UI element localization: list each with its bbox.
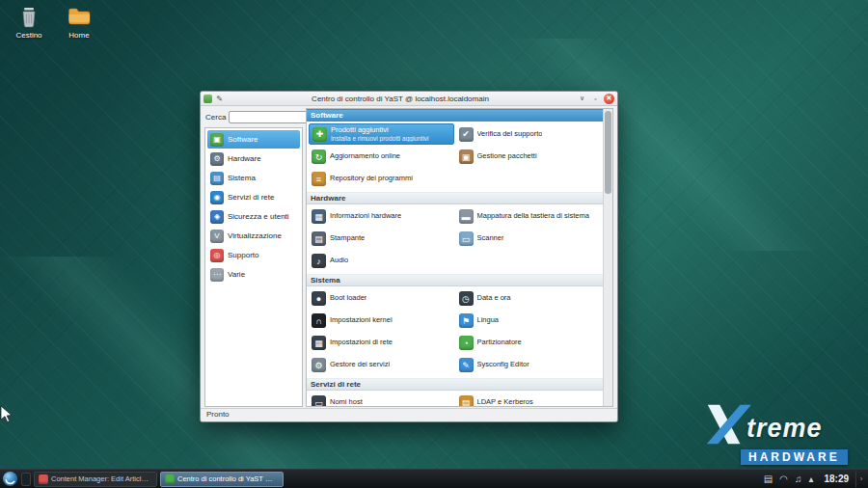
sidebar-item[interactable]: ◈ Sicurezza e utenti <box>207 207 300 226</box>
sidebar-item-label: Hardware <box>228 154 261 163</box>
network-settings-icon: ▦ <box>312 336 326 350</box>
module-item[interactable]: ↻ Aggiornamento online <box>309 147 454 167</box>
clock[interactable]: 18:29 <box>824 474 849 484</box>
app-launcher-button[interactable] <box>2 471 18 487</box>
module-item[interactable]: ▣ Gestione pacchetti <box>456 147 602 167</box>
section-grid: ▭ Nomi host ▤ LDAP e Kerberos <box>307 392 603 406</box>
sidebar-list: ▣ Software ⚙ Hardware ▤ Sistema ◉ Serviz… <box>204 127 303 407</box>
sidebar-item-label: Virtualizzazione <box>228 231 282 240</box>
sidebar-item[interactable]: ◉ Servizi di rete <box>207 188 300 206</box>
language-icon: ⚑ <box>459 313 474 328</box>
sidebar-item-label: Sistema <box>228 174 256 182</box>
module-item[interactable]: ∩ Impostazioni kernel <box>309 311 454 331</box>
addon-products-icon: ✚ <box>312 127 327 142</box>
taskbar-task[interactable]: Centro di controllo di YaST @ local... <box>160 472 284 487</box>
network-icon[interactable]: ◠ <box>779 474 788 484</box>
logo-treme-text: treme <box>746 414 823 444</box>
tray-expand-icon[interactable]: ▴ <box>808 474 813 484</box>
module-item[interactable]: ▭ Nomi host <box>309 393 454 406</box>
module-label: Gestore dei servizi <box>330 361 390 369</box>
module-section: Servizi di rete ▭ Nomi host ▤ LDAP e Ker… <box>307 378 603 406</box>
virtualization-category-icon: V <box>210 230 224 243</box>
module-label: Nomi host <box>330 398 363 406</box>
support-category-icon: ◎ <box>210 249 224 262</box>
desktop-icon-home[interactable]: Home <box>54 6 104 40</box>
module-item[interactable]: ✎ Sysconfig Editor <box>456 355 602 375</box>
module-item[interactable]: ▤ Stampante <box>309 229 454 249</box>
hostnames-icon: ▭ <box>312 395 326 406</box>
trash-icon <box>4 6 54 31</box>
sidebar-item[interactable]: ⚙ Hardware <box>207 149 300 168</box>
maximize-button[interactable]: ▫ <box>590 94 601 104</box>
module-label: Sysconfig Editor <box>477 361 529 369</box>
task-icon <box>165 474 175 484</box>
scrollbar[interactable] <box>603 109 612 406</box>
module-item[interactable]: ◔ Partizionatore <box>456 333 602 353</box>
module-section: Sistema ● Boot loader ◷ Data e ora ∩ Imp… <box>307 274 603 376</box>
partitioner-icon: ◔ <box>459 336 474 350</box>
hardware-info-icon: ▦ <box>312 209 326 224</box>
desktop-icon-label: Home <box>68 31 89 40</box>
scanner-icon: ▭ <box>459 231 474 246</box>
section-grid: ✚ Prodotti aggiuntivi Installa e rimuovi… <box>307 122 603 190</box>
online-update-icon: ↻ <box>312 149 326 164</box>
module-item[interactable]: ⚙ Gestore dei servizi <box>309 355 454 375</box>
module-item[interactable]: ▬ Mappatura della tastiera di sistema <box>456 206 602 227</box>
services-manager-icon: ⚙ <box>312 358 326 372</box>
media-check-icon: ✔ <box>459 127 474 142</box>
minimize-button[interactable]: ∨ <box>577 94 587 104</box>
module-item[interactable]: ▤ LDAP e Kerberos <box>456 393 602 406</box>
module-item[interactable]: ● Boot loader <box>309 288 454 309</box>
module-label: Stampante <box>330 234 365 243</box>
pin-icon[interactable]: ✎ <box>215 95 224 103</box>
ldap-kerberos-icon: ▤ <box>459 395 474 406</box>
sidebar-item[interactable]: ⋯ Varie <box>207 265 300 284</box>
module-item[interactable]: ▭ Scanner <box>456 229 602 249</box>
module-label: Aggiornamento online <box>330 152 400 161</box>
module-item[interactable]: ✔ Verifica del supporto <box>456 123 602 145</box>
show-desktop-button[interactable] <box>21 473 31 486</box>
module-item[interactable]: ≡ Repository dei programmi <box>309 169 454 189</box>
sidebar-item[interactable]: ◎ Supporto <box>207 246 300 264</box>
close-button[interactable]: ✕ <box>604 94 614 104</box>
mouse-cursor <box>0 405 14 428</box>
category-sidebar: Cerca ▣ Software ⚙ Hardware ▤ Sistema ◉ … <box>204 108 303 407</box>
folder-icon <box>54 6 104 31</box>
module-list-pane: Software ✚ Prodotti aggiuntivi Installa … <box>306 108 613 407</box>
sidebar-item[interactable]: ▤ Sistema <box>207 169 300 187</box>
volume-icon[interactable]: ♫ <box>795 474 802 484</box>
section-grid: ▦ Informazioni hardware ▬ Mappatura dell… <box>307 205 603 272</box>
task-icon <box>39 474 48 484</box>
module-item[interactable]: ♪ Audio <box>309 251 454 271</box>
taskbar-task[interactable]: Content Manager: Edit Article - Xtr... <box>34 472 157 487</box>
sidebar-item-label: Varie <box>228 270 245 279</box>
sidebar-item[interactable]: V Virtualizzazione <box>207 227 300 245</box>
module-item[interactable]: ⚑ Lingua <box>456 311 602 331</box>
module-item[interactable]: ▦ Informazioni hardware <box>309 206 454 227</box>
taskbar-tasks: Content Manager: Edit Article - Xtr... C… <box>34 472 284 487</box>
module-label: Lingua <box>477 316 500 325</box>
module-label: LDAP e Kerberos <box>477 398 533 406</box>
sidebar-item-label: Sicurezza e utenti <box>228 212 289 221</box>
audio-icon: ♪ <box>312 254 326 268</box>
module-label: Informazioni hardware <box>330 212 401 221</box>
clipboard-icon[interactable]: ▤ <box>764 474 773 484</box>
panel-hide-button[interactable]: › <box>855 472 866 487</box>
search-label: Cerca <box>205 113 226 122</box>
sidebar-item[interactable]: ▣ Software <box>207 130 300 149</box>
module-label: Impostazioni kernel <box>330 316 393 325</box>
module-label: Scanner <box>477 234 504 243</box>
module-label: Gestione pacchetti <box>477 152 537 161</box>
scrollbar-thumb[interactable] <box>605 111 611 194</box>
status-bar: Pronto <box>201 408 617 421</box>
sidebar-item-label: Software <box>228 135 258 144</box>
yast-control-center-window: ✎ Centro di controllo di YaST @ localhos… <box>200 91 618 422</box>
yast-app-icon <box>203 95 212 103</box>
titlebar[interactable]: ✎ Centro di controllo di YaST @ localhos… <box>201 92 617 106</box>
taskbar: Content Manager: Edit Article - Xtr... C… <box>0 469 868 488</box>
module-item[interactable]: ✚ Prodotti aggiuntivi Installa e rimuovi… <box>309 123 454 145</box>
desktop-icon-trash[interactable]: Cestino <box>4 6 54 40</box>
module-item[interactable]: ▦ Impostazioni di rete <box>309 333 454 353</box>
software-repositories-icon: ≡ <box>312 172 326 186</box>
module-item[interactable]: ◷ Data e ora <box>456 288 602 309</box>
